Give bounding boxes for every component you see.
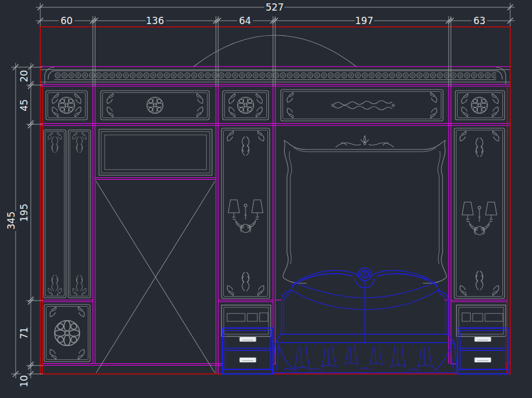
- nightstand-right[interactable]: [458, 328, 508, 374]
- dimension-layer-vertical[interactable]: 345 20 45 195 71 10: [6, 63, 43, 387]
- dim-label-seg-71[interactable]: 71: [18, 327, 30, 339]
- frieze-panel-1[interactable]: [46, 91, 87, 120]
- dim-label-seg-197[interactable]: 197: [355, 15, 373, 26]
- dim-label-overall-height[interactable]: 345: [6, 212, 17, 230]
- wall-sconce-left[interactable]: [228, 200, 263, 233]
- elevation-drawing: 527 60 136 64 197 63 345 20 45 195 71 10: [0, 0, 532, 398]
- frame-crest-ornament: [336, 135, 394, 147]
- dim-label-seg-136[interactable]: 136: [146, 15, 164, 26]
- dim-label-seg-10[interactable]: 10: [18, 375, 30, 387]
- dim-label-seg-63[interactable]: 63: [473, 15, 486, 26]
- frieze-panel-3[interactable]: [223, 91, 269, 120]
- frieze-panel-4[interactable]: [281, 90, 443, 121]
- bed-skirt: [272, 343, 458, 373]
- base-panel-left[interactable]: [44, 305, 90, 362]
- sconce-panel-left[interactable]: [222, 128, 270, 298]
- nightstand-left[interactable]: [223, 328, 273, 374]
- frieze-panel-2[interactable]: [101, 91, 209, 120]
- sconce-panel-right[interactable]: [454, 128, 505, 298]
- dim-label-seg-195[interactable]: 195: [18, 204, 30, 222]
- frieze-panel-5[interactable]: [455, 91, 505, 120]
- mattress: [275, 334, 454, 343]
- dim-label-seg-45[interactable]: 45: [18, 99, 30, 111]
- bed[interactable]: [272, 268, 458, 373]
- headboard-medallion: [355, 268, 374, 334]
- wainscot-panel-right[interactable]: [456, 305, 506, 336]
- wall-sconce-right[interactable]: [462, 202, 497, 235]
- mirror-door-panel[interactable]: [96, 181, 215, 373]
- dim-label-seg-60[interactable]: 60: [60, 15, 73, 26]
- drawing-canvas[interactable]: 527 60 136 64 197 63 345 20 45 195 71 10: [0, 0, 532, 398]
- dim-label-overall-width[interactable]: 527: [266, 2, 284, 13]
- wainscot-panel-left[interactable]: [222, 305, 271, 336]
- headboard-wall-frame[interactable]: [283, 135, 446, 283]
- dim-label-seg-64[interactable]: 64: [239, 15, 251, 26]
- dim-label-seg-20[interactable]: 20: [18, 70, 30, 82]
- pilaster-panels-left[interactable]: [44, 130, 91, 298]
- transom-panel[interactable]: [99, 129, 212, 175]
